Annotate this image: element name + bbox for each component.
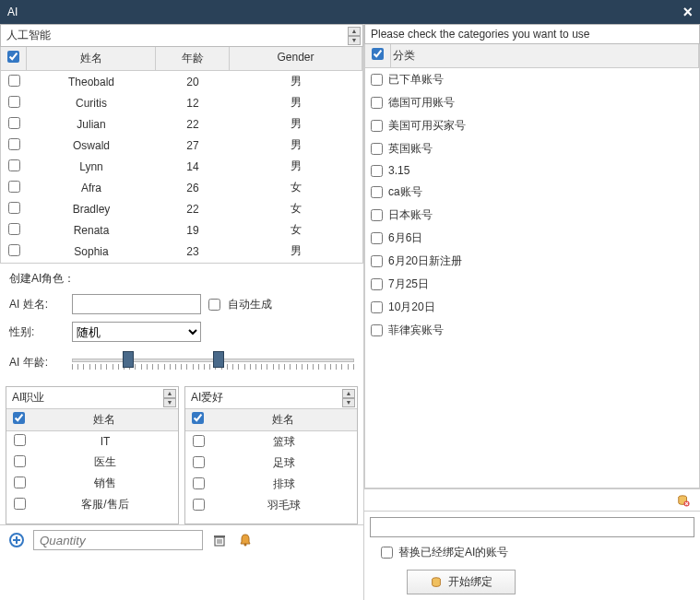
db-remove-icon[interactable] (674, 491, 693, 510)
table-row[interactable]: Lynn14男 (1, 156, 362, 177)
add-icon[interactable] (7, 531, 26, 549)
row-check[interactable] (371, 143, 383, 155)
row-check[interactable] (371, 209, 383, 221)
ai-name-input[interactable] (72, 294, 201, 314)
row-check[interactable] (8, 181, 20, 193)
bell-icon[interactable] (236, 531, 255, 549)
bind-target-input[interactable] (370, 517, 694, 537)
create-section: 创建AI角色： AI 姓名: 自动生成 性别: 随机 AI 年龄: (0, 264, 363, 386)
left-pane: 人工智能 ▲▼ 姓名 年龄 Gender Theobald20男Curitis1… (0, 24, 364, 600)
close-button[interactable]: × (682, 3, 693, 22)
row-check[interactable] (371, 324, 383, 336)
row-check[interactable] (8, 96, 20, 108)
table-row[interactable]: Julian22男 (1, 113, 362, 135)
cell-name: Afra (27, 182, 156, 194)
row-check[interactable] (8, 244, 20, 256)
row-check[interactable] (371, 278, 383, 290)
row-check[interactable] (14, 498, 26, 510)
select-all-check[interactable] (7, 51, 19, 63)
row-check[interactable] (8, 75, 20, 87)
category-row[interactable]: 菲律宾账号 (365, 319, 699, 342)
table-row[interactable]: Theobald20男 (1, 71, 362, 92)
category-row[interactable]: 德国可用账号 (365, 91, 699, 114)
gender-select[interactable]: 随机 (72, 322, 201, 342)
category-row[interactable]: 美国可用买家号 (365, 114, 699, 137)
table-row[interactable]: Gary25女 (1, 262, 362, 264)
list-item[interactable]: IT (6, 431, 178, 452)
occ-col[interactable]: 姓名 (30, 409, 178, 430)
row-check[interactable] (193, 435, 205, 447)
table-row[interactable]: Sophia23男 (1, 241, 362, 262)
col-gender[interactable]: Gender (230, 47, 362, 70)
list-item[interactable]: 排球 (185, 474, 357, 495)
slider-thumb-high[interactable] (213, 351, 224, 368)
row-check[interactable] (8, 117, 20, 129)
table-row[interactable]: Curitis12男 (1, 92, 362, 113)
row-check[interactable] (371, 255, 383, 267)
age-range-slider[interactable] (72, 349, 354, 375)
row-check[interactable] (14, 434, 26, 446)
spinner-buttons[interactable]: ▲▼ (348, 27, 361, 45)
col-age[interactable]: 年龄 (156, 47, 230, 70)
row-check[interactable] (193, 499, 205, 511)
ai-list-rows[interactable]: Theobald20男Curitis12男Julian22男Oswald27男L… (0, 71, 363, 264)
occ-rows[interactable]: IT医生销售客服/售后 (6, 431, 178, 524)
list-item[interactable]: 篮球 (185, 431, 357, 453)
occ-select-all[interactable] (13, 412, 25, 424)
row-check[interactable] (8, 202, 20, 214)
row-check[interactable] (8, 223, 20, 235)
start-bind-button[interactable]: 开始绑定 (407, 570, 516, 594)
auto-gen-label: 自动生成 (228, 297, 272, 312)
cat-col[interactable]: 分类 (391, 44, 699, 67)
category-row[interactable]: 6月20日新注册 (365, 250, 699, 273)
row-check[interactable] (193, 477, 205, 489)
table-row[interactable]: Renata19女 (1, 219, 362, 241)
category-row[interactable]: 10月20日 (365, 296, 699, 319)
row-check[interactable] (8, 159, 20, 171)
category-row[interactable]: 日本账号 (365, 204, 699, 227)
categories-columns: 分类 (364, 44, 700, 68)
row-check[interactable] (14, 476, 26, 488)
row-check[interactable] (193, 456, 205, 468)
trash-icon[interactable] (210, 531, 229, 549)
replace-bound-check[interactable] (381, 547, 393, 559)
list-item[interactable]: 客服/售后 (6, 494, 178, 515)
bottom-toolbar (0, 524, 363, 555)
col-name[interactable]: 姓名 (27, 47, 156, 70)
category-rows[interactable]: 已下单账号德国可用账号美国可用买家号英国账号3.15ca账号日本账号6月6日6月… (364, 68, 700, 488)
row-check[interactable] (8, 138, 20, 150)
slider-thumb-low[interactable] (123, 351, 134, 368)
hobby-col[interactable]: 姓名 (209, 409, 357, 430)
cell-age: 23 (156, 245, 230, 258)
category-row[interactable]: 英国账号 (365, 137, 699, 160)
row-check[interactable] (371, 120, 383, 132)
category-row[interactable]: 7月25日 (365, 273, 699, 296)
row-check[interactable] (371, 97, 383, 109)
cat-select-all[interactable] (372, 48, 384, 60)
occ-spinner[interactable]: ▲▼ (163, 389, 176, 407)
category-row[interactable]: 已下单账号 (365, 68, 699, 91)
row-check[interactable] (371, 301, 383, 313)
category-row[interactable]: 3.15 (365, 160, 699, 181)
list-item[interactable]: 医生 (6, 452, 178, 473)
list-item[interactable]: 足球 (185, 453, 357, 474)
table-row[interactable]: Afra26女 (1, 177, 362, 198)
category-row[interactable]: 6月6日 (365, 227, 699, 250)
row-check[interactable] (371, 74, 383, 86)
row-check[interactable] (371, 165, 383, 177)
list-item[interactable]: 销售 (6, 473, 178, 494)
category-row[interactable]: ca账号 (365, 181, 699, 204)
hobby-select-all[interactable] (192, 412, 204, 424)
quantity-input[interactable] (33, 530, 203, 550)
table-row[interactable]: Oswald27男 (1, 135, 362, 156)
hobby-rows[interactable]: 篮球足球排球羽毛球 (185, 431, 357, 524)
row-check[interactable] (14, 455, 26, 467)
cell-name: 客服/售后 (32, 497, 178, 512)
hobby-spinner[interactable]: ▲▼ (342, 389, 355, 407)
row-check[interactable] (371, 186, 383, 198)
table-row[interactable]: Bradley22女 (1, 198, 362, 219)
list-item[interactable]: 羽毛球 (185, 495, 357, 516)
cell-name: 篮球 (211, 434, 357, 450)
auto-gen-check[interactable] (208, 299, 220, 311)
row-check[interactable] (371, 232, 383, 244)
